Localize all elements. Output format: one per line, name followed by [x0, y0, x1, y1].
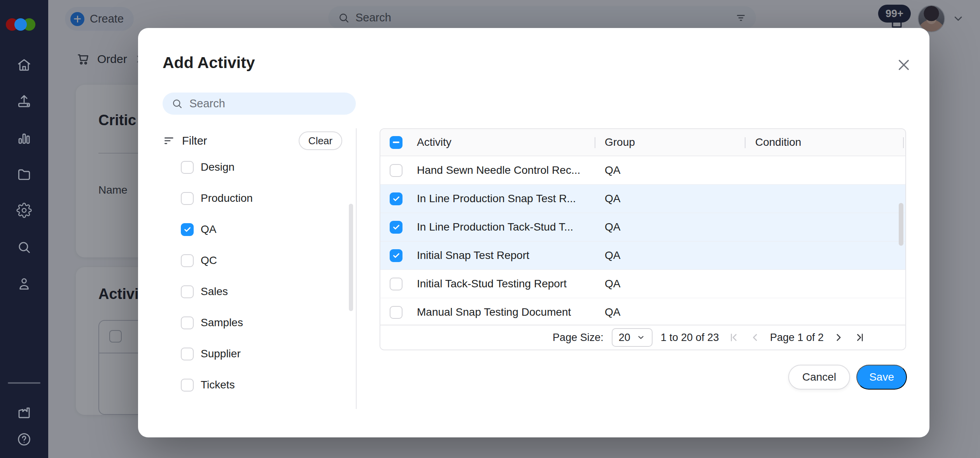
close-icon[interactable] — [894, 55, 914, 75]
filter-option[interactable]: Samples — [181, 307, 344, 338]
next-page-button[interactable] — [832, 331, 845, 344]
filter-lines-icon — [163, 134, 176, 147]
table-row[interactable]: Manual Snap Testing Document QA — [380, 298, 905, 327]
table-row[interactable]: In Line Production Snap Test R... QA — [380, 185, 905, 213]
checkbox[interactable] — [181, 285, 194, 298]
upload-icon[interactable] — [16, 93, 32, 109]
app-logo[interactable] — [2, 16, 41, 33]
cell-activity: In Line Production Snap Test R... — [417, 192, 605, 205]
pagination-bar: Page Size: 20 1 to 20 of 23 Page 1 of 2 — [380, 325, 905, 350]
filter-option-label: Samples — [201, 316, 243, 329]
column-separator — [745, 137, 746, 148]
sidebar-divider — [8, 382, 40, 384]
filter-header: Filter Clear — [163, 131, 342, 151]
cell-group: QA — [605, 221, 755, 233]
settings-icon[interactable] — [16, 203, 32, 218]
page-size-select[interactable]: 20 — [612, 328, 653, 347]
table-row[interactable]: Initial Snap Test Report QA — [380, 241, 905, 270]
profile-icon[interactable] — [16, 276, 32, 292]
filter-option[interactable]: Production — [181, 183, 344, 214]
cell-group: QA — [605, 192, 755, 205]
modal-actions: Cancel Save — [788, 365, 907, 390]
search-icon — [171, 98, 183, 110]
save-button[interactable]: Save — [856, 365, 907, 390]
first-page-button[interactable] — [727, 331, 740, 344]
filter-option[interactable]: Supplier — [181, 338, 344, 369]
checkbox[interactable] — [181, 161, 194, 174]
table-body: Hand Sewn Needle Control Rec... QA In Li… — [380, 156, 905, 327]
filter-option-label: QC — [201, 254, 217, 267]
filter-option[interactable]: QC — [181, 245, 344, 276]
filter-options-list: Design Production QA — [181, 152, 344, 400]
factory-icon[interactable] — [16, 404, 32, 420]
cell-group: QA — [605, 249, 755, 262]
select-all-checkbox[interactable] — [390, 136, 402, 149]
cell-group: QA — [605, 164, 755, 177]
cell-group: QA — [605, 278, 755, 290]
modal-title: Add Activity — [163, 54, 255, 72]
page-indicator: Page 1 of 2 — [770, 332, 824, 344]
table-row[interactable]: Initial Tack-Stud Testing Report QA — [380, 270, 905, 298]
row-checkbox[interactable] — [390, 249, 402, 262]
column-header-group: Group — [605, 136, 755, 149]
clear-filter-button[interactable]: Clear — [299, 131, 342, 150]
modal-search-input[interactable] — [189, 97, 329, 110]
row-checkbox[interactable] — [390, 192, 402, 205]
checkbox[interactable] — [181, 192, 194, 205]
filter-option[interactable]: Design — [181, 152, 344, 183]
table-scrollbar[interactable] — [899, 203, 903, 246]
column-separator — [903, 137, 904, 148]
checkbox[interactable] — [181, 379, 194, 392]
page-size-label: Page Size: — [553, 332, 604, 344]
row-checkbox[interactable] — [390, 306, 402, 319]
help-icon[interactable] — [16, 432, 32, 447]
cell-activity: Manual Snap Testing Document — [417, 306, 605, 318]
filter-option[interactable]: QA — [181, 214, 344, 245]
search-icon[interactable] — [16, 239, 32, 255]
add-activity-modal: Add Activity Filter Clear Design — [138, 28, 929, 437]
cell-activity: In Line Production Tack-Stud T... — [417, 221, 605, 233]
filter-scrollbar[interactable] — [349, 204, 353, 311]
filter-option[interactable]: Sales — [181, 276, 344, 307]
cell-activity: Hand Sewn Needle Control Rec... — [417, 164, 605, 177]
table-row[interactable]: Hand Sewn Needle Control Rec... QA — [380, 156, 905, 185]
cancel-button[interactable]: Cancel — [788, 365, 850, 390]
row-checkbox[interactable] — [390, 278, 402, 290]
table-header: Activity Group Condition — [380, 129, 905, 156]
sidebar — [0, 0, 48, 458]
page-size-value: 20 — [619, 332, 630, 344]
modal-search[interactable] — [163, 93, 356, 115]
cell-group: QA — [605, 306, 755, 318]
column-separator — [595, 137, 595, 148]
checkbox[interactable] — [181, 316, 194, 329]
checkbox[interactable] — [181, 348, 194, 360]
folder-icon[interactable] — [16, 166, 32, 182]
previous-page-button[interactable] — [749, 331, 762, 344]
row-checkbox[interactable] — [390, 164, 402, 177]
filter-option[interactable]: Tickets — [181, 369, 344, 400]
cell-activity: Initial Snap Test Report — [417, 249, 605, 262]
table-row[interactable]: In Line Production Tack-Stud T... QA — [380, 213, 905, 241]
filter-option-label: Supplier — [201, 348, 241, 360]
filter-option-label: QA — [201, 223, 216, 236]
checkbox[interactable] — [181, 223, 194, 236]
checkbox[interactable] — [181, 254, 194, 267]
filter-option-label: Sales — [201, 285, 228, 298]
filter-option-label: Production — [201, 192, 253, 205]
filter-option-label: Tickets — [201, 379, 235, 391]
chevron-down-icon — [636, 333, 646, 342]
column-header-activity: Activity — [417, 136, 605, 149]
activity-table: Activity Group Condition Hand Sewn Needl… — [380, 128, 906, 350]
row-checkbox[interactable] — [390, 221, 402, 234]
filter-label: Filter — [182, 135, 299, 147]
cell-activity: Initial Tack-Stud Testing Report — [417, 278, 605, 290]
column-header-condition: Condition — [755, 136, 905, 149]
filter-option-label: Design — [201, 161, 234, 173]
home-icon[interactable] — [16, 57, 32, 73]
analytics-icon[interactable] — [16, 130, 32, 146]
app-root: Create Search 99+ Order Critic Name — [0, 0, 980, 458]
range-text: 1 to 20 of 23 — [661, 332, 719, 344]
panel-divider — [356, 128, 357, 409]
last-page-button[interactable] — [853, 331, 866, 344]
